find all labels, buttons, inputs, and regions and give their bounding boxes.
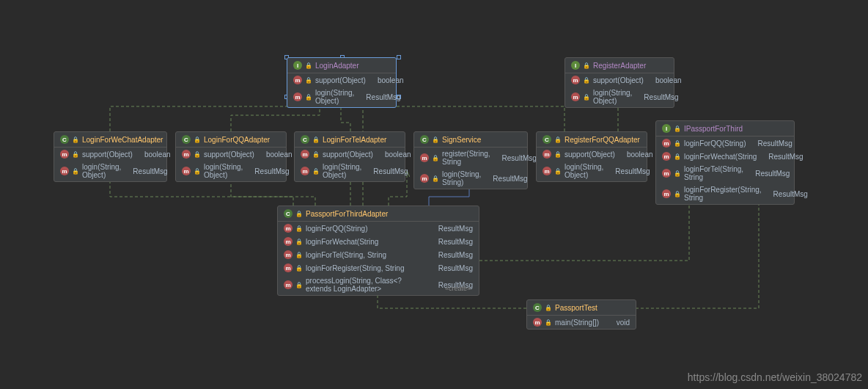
lock-icon: 🔒 bbox=[545, 319, 552, 326]
class-ipassport[interactable]: I🔒IPassportForThird m🔒loginForQQ(String)… bbox=[655, 120, 795, 205]
lock-icon: 🔒 bbox=[72, 168, 79, 175]
class-register-qq[interactable]: C🔒RegisterForQQAdapter m🔒support(Object)… bbox=[536, 131, 647, 182]
lock-icon: 🔒 bbox=[295, 211, 303, 217]
method-icon: m bbox=[662, 189, 671, 198]
method-icon: m bbox=[284, 280, 293, 289]
class-login-wechat[interactable]: C🔒LoginForWeChatAdapter m🔒support(Object… bbox=[54, 131, 167, 182]
stereotype-label: «create» bbox=[445, 285, 471, 292]
class-passport-test[interactable]: C🔒PassportTest m🔒main(String[])void bbox=[526, 299, 636, 330]
class-title: PassportTest bbox=[555, 304, 597, 312]
lock-icon: 🔒 bbox=[583, 62, 590, 69]
lock-icon: 🔒 bbox=[194, 168, 201, 175]
method-icon: m bbox=[293, 92, 302, 101]
lock-icon: 🔒 bbox=[312, 137, 320, 143]
method-icon: m bbox=[284, 224, 293, 233]
lock-icon: 🔒 bbox=[295, 265, 303, 272]
lock-icon: 🔒 bbox=[674, 191, 681, 197]
lock-icon: 🔒 bbox=[194, 151, 201, 158]
lock-icon: 🔒 bbox=[312, 168, 320, 175]
method-icon: m bbox=[420, 174, 429, 183]
class-icon: C bbox=[60, 135, 69, 144]
method-icon: m bbox=[542, 167, 551, 175]
class-title: IPassportForThird bbox=[684, 125, 743, 133]
class-title: LoginAdapter bbox=[315, 62, 359, 70]
class-icon: C bbox=[420, 135, 429, 144]
class-title: LoginForQQAdapter bbox=[204, 136, 270, 144]
interface-icon: I bbox=[571, 61, 580, 70]
class-title: RegisterForQQAdapter bbox=[564, 136, 640, 144]
class-icon: C bbox=[533, 303, 542, 312]
selection-handle[interactable] bbox=[397, 55, 401, 59]
lock-icon: 🔒 bbox=[674, 153, 681, 160]
class-title: PassportForThirdAdapter bbox=[306, 210, 388, 218]
method-icon: m bbox=[571, 76, 580, 84]
lock-icon: 🔒 bbox=[432, 175, 439, 182]
class-icon: C bbox=[182, 135, 191, 144]
method-icon: m bbox=[662, 139, 671, 148]
lock-icon: 🔒 bbox=[583, 77, 590, 84]
method-icon: m bbox=[60, 167, 69, 175]
class-title: SignService bbox=[442, 136, 481, 144]
lock-icon: 🔒 bbox=[295, 239, 303, 245]
class-passport-adapter[interactable]: C🔒PassportForThirdAdapter m🔒loginForQQ(S… bbox=[277, 206, 479, 296]
class-title: LoginForTelAdapter bbox=[323, 136, 386, 144]
lock-icon: 🔒 bbox=[554, 137, 562, 143]
method-icon: m bbox=[293, 76, 302, 84]
method-icon: m bbox=[284, 237, 293, 246]
lock-icon: 🔒 bbox=[72, 151, 79, 158]
lock-icon: 🔒 bbox=[295, 252, 303, 258]
method-icon: m bbox=[301, 150, 309, 159]
class-icon: C bbox=[284, 209, 293, 218]
method-icon: m bbox=[542, 150, 551, 159]
lock-icon: 🔒 bbox=[194, 137, 201, 143]
class-register-adapter[interactable]: I🔒RegisterAdapter m🔒support(Object)boole… bbox=[564, 57, 674, 108]
class-login-qq[interactable]: C🔒LoginForQQAdapter m🔒support(Object)boo… bbox=[175, 131, 287, 182]
lock-icon: 🔒 bbox=[295, 282, 303, 288]
method-icon: m bbox=[571, 92, 580, 101]
class-icon: C bbox=[301, 135, 309, 144]
method-icon: m bbox=[284, 250, 293, 259]
class-icon: C bbox=[542, 135, 551, 144]
lock-icon: 🔒 bbox=[312, 151, 320, 158]
method-icon: m bbox=[420, 153, 429, 162]
lock-icon: 🔒 bbox=[305, 62, 312, 69]
lock-icon: 🔒 bbox=[674, 170, 681, 177]
class-title: LoginForWeChatAdapter bbox=[82, 136, 163, 144]
lock-icon: 🔒 bbox=[432, 155, 439, 161]
lock-icon: 🔒 bbox=[295, 225, 303, 232]
lock-icon: 🔒 bbox=[674, 140, 681, 147]
lock-icon: 🔒 bbox=[554, 168, 562, 175]
interface-icon: I bbox=[662, 124, 671, 133]
method-icon: m bbox=[182, 150, 191, 159]
method-icon: m bbox=[60, 150, 69, 159]
class-login-adapter[interactable]: I🔒LoginAdapter m🔒support(Object)boolean … bbox=[287, 57, 397, 108]
lock-icon: 🔒 bbox=[72, 137, 79, 143]
method-icon: m bbox=[662, 169, 671, 178]
lock-icon: 🔒 bbox=[545, 305, 552, 311]
watermark: https://blog.csdn.net/weixin_38024782 bbox=[688, 371, 862, 383]
class-login-tel[interactable]: C🔒LoginForTelAdapter m🔒support(Object)bo… bbox=[294, 131, 405, 182]
lock-icon: 🔒 bbox=[554, 151, 562, 158]
lock-icon: 🔒 bbox=[305, 77, 312, 84]
lock-icon: 🔒 bbox=[583, 94, 590, 101]
lock-icon: 🔒 bbox=[432, 137, 439, 143]
method-icon: m bbox=[284, 263, 293, 272]
method-icon: m bbox=[182, 167, 191, 175]
lock-icon: 🔒 bbox=[305, 94, 312, 101]
method-icon: m bbox=[301, 167, 309, 175]
method-icon: m bbox=[533, 318, 542, 327]
class-sign-service[interactable]: C🔒SignService m🔒register(String, StringR… bbox=[413, 131, 528, 189]
lock-icon: 🔒 bbox=[674, 126, 681, 132]
class-title: RegisterAdapter bbox=[593, 62, 646, 70]
interface-icon: I bbox=[293, 61, 302, 70]
method-icon: m bbox=[662, 152, 671, 161]
